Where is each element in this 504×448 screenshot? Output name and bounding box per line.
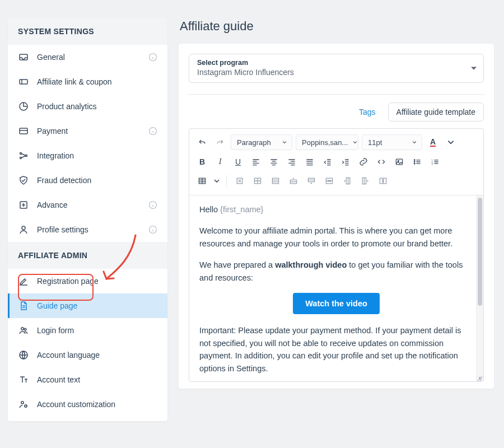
info-icon: [148, 200, 157, 209]
editor-top-actions: Tags Affiliate guide template: [189, 102, 484, 122]
tags-link[interactable]: Tags: [359, 108, 376, 116]
edit-icon: [18, 276, 29, 287]
card-icon: [18, 125, 29, 137]
redo-button[interactable]: [213, 135, 227, 150]
sidebar-item-account-customization[interactable]: Account customization: [8, 392, 167, 417]
scrollbar[interactable]: ▼: [476, 195, 483, 381]
globe-icon: [18, 349, 29, 361]
sidebar-item-label: Account text: [37, 375, 80, 384]
bullet-list-button[interactable]: [410, 155, 424, 169]
text-color-more[interactable]: [444, 135, 458, 150]
program-select-value: Instagram Micro Influencers: [197, 68, 475, 77]
table-insert-col-after-button[interactable]: [358, 174, 372, 188]
editor-body[interactable]: Hello {first_name} Welcome to your affil…: [189, 195, 483, 381]
font-family-select[interactable]: Poppins,san...: [296, 134, 358, 150]
table-delete-row-button[interactable]: [322, 174, 337, 188]
sidebar-item-account-text[interactable]: Account text: [8, 367, 167, 392]
sidebar-item-label: Guide page: [37, 301, 77, 310]
table-row-props-button[interactable]: [268, 174, 283, 188]
sidebar-section-header: SYSTEM SETTINGS: [8, 18, 167, 45]
text-color-button[interactable]: A: [426, 135, 440, 150]
table-insert-col-before-button[interactable]: [340, 174, 354, 188]
image-button[interactable]: [392, 155, 407, 169]
sidebar-item-label: Payment: [37, 127, 68, 136]
plus-box-icon: [18, 199, 29, 211]
undo-button[interactable]: [195, 135, 209, 150]
info-icon: [148, 53, 157, 62]
indent-button[interactable]: [338, 155, 353, 169]
sidebar-item-registration-page[interactable]: Registration page: [8, 269, 167, 293]
svg-text:3: 3: [432, 162, 433, 165]
table-insert-row-after-button[interactable]: [304, 174, 319, 188]
align-left-button[interactable]: [249, 155, 263, 169]
table-delete-col-button[interactable]: [376, 174, 390, 188]
sidebar-item-label: Affiliate link & coupon: [37, 77, 112, 86]
sidebar-item-label: Account customization: [37, 400, 115, 409]
table-cell-props-button[interactable]: [250, 174, 265, 188]
svg-point-18: [414, 161, 415, 162]
chart-icon: [18, 101, 29, 112]
underline-button[interactable]: U: [231, 155, 245, 169]
link-button[interactable]: [356, 155, 371, 169]
bold-button[interactable]: B: [195, 155, 209, 169]
separator: [226, 175, 227, 187]
sidebar-item-advance[interactable]: Advance: [8, 193, 167, 217]
sidebar-item-label: Account language: [37, 351, 100, 360]
svg-rect-26: [272, 178, 278, 184]
sidebar-item-label: Advance: [37, 200, 67, 209]
outdent-button[interactable]: [320, 155, 335, 169]
sidebar-item-label: Product analytics: [37, 102, 97, 111]
sidebar-item-guide-page[interactable]: Guide page: [8, 293, 167, 318]
sidebar-item-label: Integration: [37, 151, 74, 160]
sidebar-item-label: Fraud detection: [37, 176, 91, 185]
sidebar-item-product-analytics[interactable]: Product analytics: [8, 94, 167, 119]
doc-icon: [18, 300, 29, 311]
svg-rect-15: [396, 159, 402, 165]
align-center-button[interactable]: [267, 155, 281, 169]
sidebar-item-profile-settings[interactable]: Profile settings: [8, 217, 167, 242]
info-icon: [148, 225, 157, 234]
nodes-icon: [18, 150, 29, 161]
program-select-label: Select program: [197, 59, 475, 67]
info-icon: [148, 127, 157, 136]
template-button[interactable]: Affiliate guide template: [388, 102, 484, 122]
svg-point-19: [414, 163, 415, 164]
page-title: Affiliate guide: [180, 19, 494, 34]
sidebar-item-fraud-detection[interactable]: Fraud detection: [8, 168, 167, 193]
align-right-button[interactable]: [284, 155, 299, 169]
sidebar-section-header: AFFILIATE ADMIN: [8, 242, 167, 269]
main-content: Affiliate guide Select program Instagram…: [179, 18, 494, 421]
block-format-select[interactable]: Paragraph: [231, 134, 292, 150]
table-more[interactable]: [213, 174, 221, 188]
chevron-down-icon: [412, 139, 417, 145]
table-insert-row-before-button[interactable]: [286, 174, 301, 188]
greeting-line: Hello {first_name}: [199, 203, 473, 216]
code-button[interactable]: [374, 155, 389, 169]
table-button[interactable]: [195, 174, 209, 188]
sidebar-item-affiliate-link-coupon[interactable]: Affiliate link & coupon: [8, 69, 167, 94]
users-icon: [18, 325, 29, 336]
svg-point-17: [414, 160, 415, 161]
sidebar-item-integration[interactable]: Integration: [8, 143, 167, 168]
inbox-icon: [18, 52, 29, 63]
sidebar-item-payment[interactable]: Payment: [8, 119, 167, 143]
program-select[interactable]: Select program Instagram Micro Influence…: [189, 54, 484, 83]
rich-text-editor: Paragraph Poppins,san... 11pt A B I U: [189, 128, 484, 382]
intro-para: Welcome to your affiliate admin portal. …: [199, 225, 473, 250]
font-size-select[interactable]: 11pt: [362, 134, 422, 150]
number-list-button[interactable]: 123: [428, 155, 442, 169]
sidebar-item-account-language[interactable]: Account language: [8, 343, 167, 367]
italic-button[interactable]: I: [213, 155, 227, 169]
table-delete-button[interactable]: [232, 174, 247, 188]
watch-video-button[interactable]: Watch the video: [293, 293, 380, 314]
scrollbar-thumb[interactable]: [478, 198, 482, 306]
align-justify-button[interactable]: [302, 155, 317, 169]
sidebar-item-login-form[interactable]: Login form: [8, 318, 167, 343]
type-icon: [18, 374, 29, 385]
sidebar-item-general[interactable]: General: [8, 45, 167, 69]
important-para: Important: Please update your payment me…: [199, 324, 473, 375]
sidebar: SYSTEM SETTINGSGeneralAffiliate link & c…: [8, 18, 167, 421]
sidebar-item-label: Profile settings: [37, 225, 88, 234]
prepared-para: We have prepared a walkthrough video to …: [199, 259, 473, 284]
resize-grip-icon[interactable]: [476, 375, 483, 381]
